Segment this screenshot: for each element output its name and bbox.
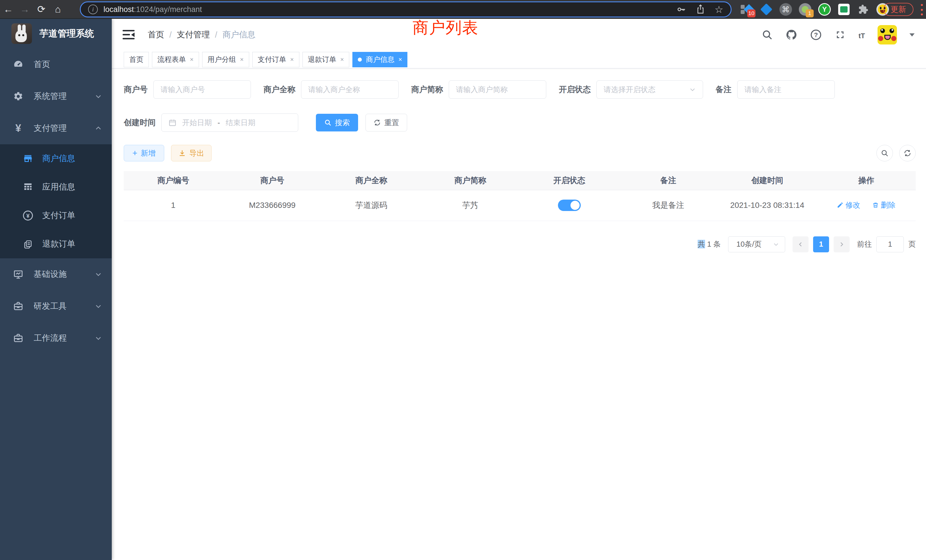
extensions-puzzle-icon[interactable] [857,3,870,16]
toggle-search-button[interactable] [876,145,893,161]
help-icon[interactable]: ? [810,29,822,41]
bookmark-star-icon[interactable]: ☆ [715,4,723,15]
search-button[interactable]: 搜索 [316,114,358,132]
remark-input[interactable]: 请输入备注 [737,80,835,98]
cell-remark: 我是备注 [619,190,717,221]
merchant-short-name-label: 商户简称 [411,84,443,95]
close-icon[interactable]: × [340,56,344,63]
font-size-icon[interactable]: tT [858,29,865,41]
sidebar-item-infrastructure[interactable]: 基础设施 [0,258,112,290]
address-bar[interactable]: i localhost:1024/pay/merchant ☆ [80,2,732,17]
page-size-select[interactable]: 10条/页 [728,236,785,252]
svg-text:?: ? [814,31,818,38]
status-select[interactable]: 请选择开启状态 [596,80,703,98]
prev-page-button[interactable] [793,236,808,252]
sidebar-item-merchant-info[interactable]: 商户信息 [0,144,112,173]
browser-menu-icon[interactable] [920,4,923,15]
github-icon[interactable] [785,29,797,41]
chevron-down-icon [95,303,102,310]
close-icon[interactable]: × [240,56,244,63]
cell-short-name: 芋艿 [421,190,520,221]
merchant-full-name-input[interactable]: 请输入商户全称 [301,80,399,98]
close-icon[interactable]: × [290,56,294,63]
tab-merchant-info[interactable]: 商户信息× [353,52,407,67]
goto-label: 前往 [857,239,872,249]
merchant-full-name-label: 商户全称 [263,84,295,95]
create-time-range-picker[interactable]: 开始日期 - 结束日期 [161,114,298,132]
cell-create-time: 2021-10-23 08:31:14 [718,190,817,221]
tab-flow-form[interactable]: 流程表单× [152,52,199,67]
close-icon[interactable]: × [190,56,194,63]
ext-badge-1: 1 [806,9,814,17]
browser-reload-icon[interactable]: ⟳ [33,3,50,15]
sidebar-item-pay-order[interactable]: ¥ 支付订单 [0,201,112,230]
page-number-1[interactable]: 1 [813,236,829,252]
page-content: 商户号 请输入商户号 商户全称 请输入商户全称 商户简称 请输入商户简称 开启状… [112,68,926,252]
merchant-no-input[interactable]: 请输入商户号 [153,80,251,98]
fullscreen-icon[interactable] [834,29,846,41]
sidebar-item-system[interactable]: 系统管理 [0,80,112,112]
url-text: localhost:1024/pay/merchant [103,5,202,14]
browser-home-icon[interactable]: ⌂ [50,4,66,15]
refresh-button[interactable] [899,145,916,161]
add-button[interactable]: + 新增 [124,145,164,161]
dashboard-icon [12,59,24,70]
app-logo[interactable]: 芋道管理系统 [0,19,112,48]
status-toggle[interactable] [558,200,581,211]
breadcrumb-home[interactable]: 首页 [148,29,164,41]
password-key-icon[interactable] [676,5,686,14]
sidebar-item-refund-order[interactable]: 退款订单 [0,230,112,258]
sidebar-item-label: 首页 [34,59,50,70]
ext-yudao-icon[interactable]: Y [818,3,831,16]
edit-button[interactable]: 修改 [837,200,860,210]
user-menu-caret-icon[interactable] [909,33,915,36]
table-toolbar: + 新增 导出 [124,145,916,161]
share-icon[interactable] [696,5,705,14]
merchant-table: 商户编号 商户号 商户全称 商户简称 开启状态 备注 创建时间 操作 1 M23… [124,171,916,221]
browser-back-icon[interactable]: ← [0,4,17,15]
sidebar-item-label: 商户信息 [42,153,75,164]
browser-forward-icon[interactable]: → [17,4,33,15]
ext-proxy-icon[interactable]: 1 [799,3,811,16]
breadcrumb: 首页 / 支付管理 / 商户信息 [148,29,256,41]
site-info-icon[interactable]: i [88,5,98,14]
next-page-button[interactable] [834,236,850,252]
reset-button[interactable]: 重置 [366,114,407,132]
delete-button[interactable]: 删除 [872,200,896,210]
cell-merchant-no: M233666999 [222,190,322,221]
active-dot [358,58,362,62]
sidebar-fold-icon[interactable] [123,30,135,39]
tab-refund-order[interactable]: 退款订单× [303,52,350,67]
sidebar-item-dev-tools[interactable]: 研发工具 [0,290,112,322]
chevron-down-icon [689,86,696,93]
sidebar: 芋道管理系统 首页 系统管理 ¥ 支付管理 [0,19,112,560]
goto-page-input[interactable]: 1 [876,236,904,252]
ext-kite-icon[interactable] [760,3,773,16]
col-full-name: 商户全称 [322,171,421,190]
header-search-icon[interactable] [761,29,773,41]
col-status: 开启状态 [520,171,619,190]
goto-unit: 页 [908,239,916,249]
filter-row-2: 创建时间 开始日期 - 结束日期 搜索 重置 [124,114,916,132]
tab-pay-order[interactable]: 支付订单× [252,52,300,67]
ext-tabs-icon[interactable]: 10 [741,3,753,16]
sidebar-item-app-info[interactable]: 应用信息 [0,173,112,201]
tab-home[interactable]: 首页 [124,52,149,67]
sidebar-item-home[interactable]: 首页 [0,48,112,80]
tab-user-group[interactable]: 用户分组× [202,52,249,67]
toolbox-icon [12,301,24,312]
export-button[interactable]: 导出 [171,145,212,161]
sidebar-item-payment[interactable]: ¥ 支付管理 [0,112,112,144]
breadcrumb-payment[interactable]: 支付管理 [177,29,210,41]
pagination: 共 1 条 10条/页 1 [124,236,916,252]
merchant-short-name-input[interactable]: 请输入商户简称 [449,80,546,98]
user-avatar[interactable] [878,25,897,44]
close-icon[interactable]: × [398,56,402,63]
sidebar-item-workflow[interactable]: 工作流程 [0,322,112,354]
ext-command-icon[interactable]: ⌘ [779,3,792,16]
ext-chat-icon[interactable] [838,3,850,16]
browser-update-button[interactable]: 更新 [883,3,914,16]
tags-view-bar: 首页 流程表单× 用户分组× 支付订单× 退款订单× 商户信息× [112,51,926,68]
annotation-title: 商户列表 [413,17,479,39]
chevron-down-icon [773,241,779,248]
